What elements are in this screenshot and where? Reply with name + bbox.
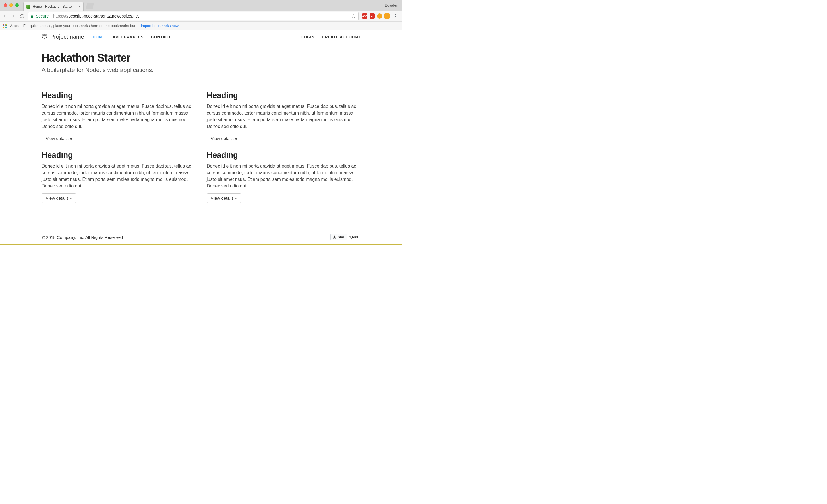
- card-heading: Heading: [207, 90, 348, 100]
- hero: Hackathon Starter A boilerplate for Node…: [42, 44, 360, 79]
- reload-button[interactable]: [20, 14, 25, 18]
- extension-icon-4[interactable]: [385, 13, 390, 19]
- address-bar[interactable]: Secure https://typescript-node-starter.a…: [28, 12, 359, 20]
- close-window-button[interactable]: [4, 3, 7, 7]
- browser-window: Home - Hackathon Starter × Bowden Secure: [0, 0, 402, 245]
- bookmark-star-icon[interactable]: [351, 13, 356, 19]
- bookmarks-hint: For quick access, place your bookmarks h…: [23, 23, 136, 28]
- nav-create-account[interactable]: CREATE ACCOUNT: [322, 35, 360, 39]
- browser-menu-icon[interactable]: ⋮: [392, 13, 399, 19]
- cube-icon: [42, 33, 47, 41]
- copyright-text: © 2018 Company, Inc. All Rights Reserved: [42, 235, 123, 240]
- svg-marker-0: [352, 14, 355, 17]
- url-text: https://typescript-node-starter.azureweb…: [53, 14, 139, 18]
- github-star-widget: Star 1,639: [330, 234, 360, 240]
- forward-button[interactable]: [11, 14, 16, 18]
- extension-lastpass-icon[interactable]: •••: [370, 13, 375, 19]
- back-button[interactable]: [3, 14, 7, 18]
- page-subtitle: A boilerplate for Node.js web applicatio…: [42, 66, 360, 73]
- new-tab-button[interactable]: [86, 3, 94, 9]
- secure-label: Secure: [36, 14, 51, 18]
- apps-icon[interactable]: [3, 24, 7, 28]
- card-body: Donec id elit non mi porta gravida at eg…: [42, 103, 195, 130]
- profile-label[interactable]: Bowden: [385, 3, 398, 7]
- brand-label: Project name: [50, 34, 84, 40]
- tab-close-icon[interactable]: ×: [78, 4, 81, 9]
- bookmarks-bar: Apps For quick access, place your bookma…: [0, 21, 402, 30]
- brand[interactable]: Project name: [42, 33, 84, 41]
- page-title: Hackathon Starter: [42, 51, 335, 64]
- apps-label[interactable]: Apps: [10, 23, 19, 28]
- card: Heading Donec id elit non mi porta gravi…: [207, 150, 360, 203]
- tab-bar: Home - Hackathon Starter × Bowden: [0, 0, 402, 11]
- page-content: Project name HOME API EXAMPLES CONTACT L…: [0, 30, 402, 244]
- browser-tab[interactable]: Home - Hackathon Starter ×: [23, 2, 84, 11]
- view-details-button[interactable]: View details »: [207, 194, 241, 203]
- card-body: Donec id elit non mi porta gravida at eg…: [207, 163, 360, 190]
- extension-icon-3[interactable]: [377, 13, 382, 19]
- card: Heading Donec id elit non mi porta gravi…: [42, 150, 195, 203]
- toolbar: Secure https://typescript-node-starter.a…: [0, 11, 402, 21]
- extension-icons: ABP ••• ⋮: [362, 13, 399, 19]
- view-details-button[interactable]: View details »: [42, 194, 76, 203]
- view-details-button[interactable]: View details »: [42, 134, 76, 143]
- maximize-window-button[interactable]: [15, 3, 19, 7]
- nav-api-examples[interactable]: API EXAMPLES: [112, 35, 144, 39]
- card-body: Donec id elit non mi porta gravida at eg…: [42, 163, 195, 190]
- extension-abp-icon[interactable]: ABP: [362, 13, 367, 19]
- nav-home[interactable]: HOME: [93, 35, 105, 39]
- tab-title: Home - Hackathon Starter: [33, 5, 72, 9]
- cards-grid: Heading Donec id elit non mi porta gravi…: [42, 79, 360, 209]
- footer: © 2018 Company, Inc. All Rights Reserved…: [0, 230, 402, 244]
- minimize-window-button[interactable]: [9, 3, 13, 7]
- card-heading: Heading: [207, 150, 348, 160]
- card-body: Donec id elit non mi porta gravida at eg…: [207, 103, 360, 130]
- favicon-icon: [27, 5, 31, 9]
- card: Heading Donec id elit non mi porta gravi…: [42, 90, 195, 143]
- card-heading: Heading: [42, 90, 183, 100]
- github-star-button[interactable]: Star: [330, 234, 347, 240]
- star-icon: [333, 235, 336, 239]
- lock-icon: [31, 14, 34, 18]
- import-bookmarks-link[interactable]: Import bookmarks now...: [141, 23, 182, 28]
- card: Heading Donec id elit non mi porta gravi…: [207, 90, 360, 143]
- github-star-label: Star: [338, 235, 344, 239]
- nav-contact[interactable]: CONTACT: [151, 35, 171, 39]
- card-heading: Heading: [42, 150, 183, 160]
- github-star-count[interactable]: 1,639: [347, 234, 360, 240]
- site-navbar: Project name HOME API EXAMPLES CONTACT L…: [0, 30, 402, 44]
- view-details-button[interactable]: View details »: [207, 134, 241, 143]
- nav-login[interactable]: LOGIN: [301, 35, 314, 39]
- window-controls: [4, 3, 19, 7]
